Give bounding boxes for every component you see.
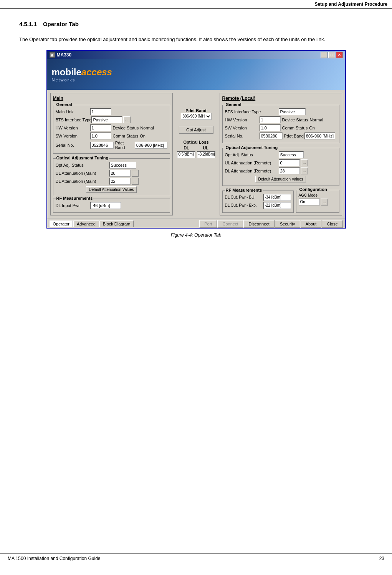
about-button[interactable]: About (301, 220, 322, 228)
titlebar: 🖥 MA330 ─ □ ✕ (47, 51, 345, 59)
hw-version-input[interactable] (90, 124, 111, 131)
remote-dl-atten-row: DL Attenuation (Remote) ... (225, 167, 337, 174)
agc-value-row: ... (299, 199, 337, 205)
opt-adjust-btn[interactable]: Opt Adjust (179, 126, 213, 134)
opt-adj-status-input[interactable] (109, 162, 136, 169)
remote-sw-row: SW Version Comm Status On (225, 124, 337, 131)
dl-atten-row: DL Attenuation (Main) ... (56, 178, 167, 185)
bts-interface-input[interactable] (91, 116, 122, 123)
bts-interface-btn[interactable]: ... (123, 116, 130, 123)
remote-ul-atten-input[interactable] (279, 159, 300, 166)
main-rf-title: RF Measurements (56, 196, 94, 201)
remote-pdet-label: Pdet Band (284, 134, 304, 138)
page-header: Setup and Adjustment Procedure (0, 0, 392, 9)
serial-input[interactable] (90, 142, 114, 149)
remote-serial-label: Serial No. (225, 134, 260, 138)
window-controls: ─ □ ✕ (321, 52, 343, 58)
remote-dl-atten-btn[interactable]: ... (301, 167, 308, 174)
tab-row: Operator Advanced Block Diagram Port Con… (47, 219, 345, 228)
logo-access: access (81, 67, 112, 77)
minimize-button[interactable]: ─ (321, 52, 327, 58)
main-link-input[interactable] (90, 108, 111, 115)
main-content-area: Main General Main Link BTS Interface Typ… (47, 90, 345, 219)
optical-loss-section: Optical Loss DL UL 0.5[dBm] -3.2[dBm] (177, 140, 215, 158)
remote-pdet-input[interactable] (304, 133, 335, 139)
remote-serial-row: Serial No. Pdet Band (225, 133, 337, 139)
remote-sw-label: SW Version (225, 126, 260, 130)
optical-values: 0.5[dBm] -3.2[dBm] (177, 151, 215, 158)
remote-serial-input[interactable] (260, 133, 283, 139)
remote-rf-title: RF Measurements (225, 188, 263, 192)
agc-mode-input[interactable] (299, 199, 320, 205)
logo-mobile: mobile (52, 67, 81, 77)
remote-ul-atten-btn[interactable]: ... (301, 159, 308, 166)
tab-advanced[interactable]: Advanced (73, 220, 99, 227)
ul-atten-btn[interactable]: ... (132, 170, 139, 177)
dl-out-bu-label: DL Out. Pwr - BU (225, 195, 263, 199)
main-link-label: Main Link (56, 109, 90, 114)
main-rf-group: RF Measurements DL Input Pwr (53, 199, 170, 213)
app-icon: 🖥 (50, 52, 55, 58)
figure-caption: Figure 4-4: Operator Tab (19, 232, 373, 238)
remote-comm-label: Comm Status (282, 126, 308, 130)
ul-optical-value: -3.2[dBm] (197, 151, 215, 158)
section-number: 4.5.1.1 (19, 21, 37, 27)
remote-rf-group: RF Measurements DL Out. Pwr - BU DL Out.… (222, 191, 294, 213)
dl-out-exp-row: DL Out. Pwr - Exp. (225, 202, 291, 209)
tab-operator[interactable]: Operator (50, 220, 73, 227)
pdet-band-label: Pdet Band (115, 141, 134, 150)
dl-atten-input[interactable] (109, 178, 131, 185)
agc-mode-label: AGC Mode (299, 193, 318, 197)
dl-input-value[interactable] (90, 202, 121, 209)
ul-atten-input[interactable] (109, 170, 131, 177)
main-general-group: General Main Link BTS Interface Type ...… (53, 105, 170, 154)
pdet-band-input[interactable] (135, 142, 167, 149)
dl-optical-value: 0.5[dBm] (177, 151, 195, 158)
main-panel: Main General Main Link BTS Interface Typ… (50, 93, 173, 215)
comm-status-label: Comm Status (113, 134, 139, 138)
logo-networks: Networks (52, 78, 112, 82)
agc-btn[interactable]: ... (321, 199, 328, 205)
main-default-btn[interactable]: Default Attenuation Values (86, 186, 136, 193)
connect-button[interactable]: Connect (217, 220, 243, 228)
security-button[interactable]: Security (275, 220, 300, 228)
remote-sw-input[interactable] (260, 124, 281, 131)
remote-dl-atten-input[interactable] (279, 167, 300, 174)
ul-label: UL (203, 146, 208, 150)
main-optical-title: Optical Adjusment Tuning (56, 156, 109, 160)
logo-text: mobileaccess (52, 67, 112, 78)
config-group: Configuration AGC Mode ... (296, 190, 339, 213)
sw-version-input[interactable] (90, 133, 111, 139)
dl-out-bu-input[interactable] (263, 194, 291, 201)
remote-general-group: General BTS Interface Type HW Version De… (222, 105, 339, 143)
dl-input-row: DL Input Pwr (56, 202, 167, 209)
maximize-button[interactable]: □ (328, 52, 335, 58)
serial-row: Serial No. Pdet Band (56, 141, 167, 150)
device-status-value: Normal (140, 126, 154, 130)
dl-atten-label: DL Attenuation (Main) (56, 179, 109, 184)
remote-default-btn[interactable]: Default Attenuation Values (255, 176, 306, 182)
section-title: Operator Tab (43, 21, 79, 27)
pdet-band-mid-label: Pdet Band (181, 108, 212, 113)
sw-version-row: SW Version Comm Status On (56, 133, 167, 139)
remote-bts-input[interactable] (279, 108, 306, 115)
remote-opt-adj-input[interactable] (279, 151, 304, 158)
banner: mobileaccess Networks (47, 59, 345, 90)
remote-hw-row: HW Version Device Status Normal (225, 116, 337, 123)
remote-panel-title: Remote (Local) (222, 96, 339, 101)
dl-out-exp-input[interactable] (263, 202, 291, 209)
remote-opt-adj-label: Opt Adj. Status (225, 152, 279, 157)
remote-optical-title: Optical Adjusment Tuning (225, 145, 279, 150)
tab-block-diagram[interactable]: Block Diagram (99, 220, 134, 227)
port-button[interactable]: Port (199, 220, 217, 228)
remote-hw-input[interactable] (260, 116, 281, 123)
pdet-select[interactable]: 806-960 [MHz] (181, 113, 212, 120)
close-button-bottom[interactable]: Close (322, 220, 342, 228)
disconnect-button[interactable]: Disconnect (243, 220, 274, 228)
ul-atten-row: UL Attenuation (Main) ... (56, 170, 167, 177)
remote-bts-row: BTS Interface Type (225, 108, 337, 115)
close-button[interactable]: ✕ (336, 52, 343, 58)
remote-ul-atten-row: UL Attenuation (Remote) ... (225, 159, 337, 166)
dl-atten-btn[interactable]: ... (132, 178, 139, 185)
agc-mode-row: AGC Mode (299, 193, 337, 197)
